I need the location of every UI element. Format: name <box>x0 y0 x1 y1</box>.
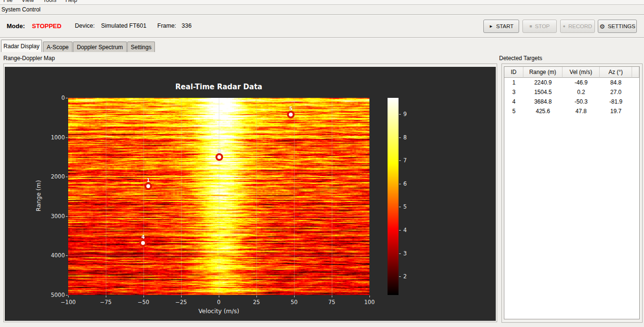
plot-title: Real-Time Radar Data <box>68 83 369 91</box>
table-cell: 425.6 <box>523 108 562 115</box>
x-tick-label: 0 <box>217 299 220 306</box>
x-tick-mark <box>143 295 144 297</box>
menu-item-help[interactable]: Help <box>65 0 77 3</box>
y-tick-mark <box>66 255 68 256</box>
column-header-vel-m-s-[interactable]: Vel (m/s) <box>562 67 600 78</box>
table-row[interactable]: 31504.50.227.0 <box>504 87 639 97</box>
table-cell: 19.7 <box>600 108 632 115</box>
table-cell: 27.0 <box>600 89 632 95</box>
colorbar-tick-mark <box>399 137 401 138</box>
table-header-row: IDRange (m)Vel (m/s)Az (°) <box>504 67 639 78</box>
frame-label: Frame: <box>157 22 176 29</box>
x-tick-label: 25 <box>253 299 260 306</box>
record-icon: ● <box>563 24 565 29</box>
start-button-label: START <box>496 23 514 29</box>
y-tick-mark <box>66 137 68 138</box>
colorbar-tick-mark <box>399 276 401 277</box>
colorbar-tick-mark <box>399 230 401 231</box>
x-tick-mark <box>181 295 182 297</box>
x-tick-label: −50 <box>138 299 149 306</box>
table-cell: 4 <box>504 98 523 105</box>
stop-button[interactable]: ■STOP <box>522 20 557 33</box>
colorbar-tick-label: 4 <box>403 227 407 233</box>
table-row[interactable]: 12240.9-46.984.8 <box>504 78 639 87</box>
colorbar-tick-label: 5 <box>403 203 407 210</box>
tab-doppler-spectrum[interactable]: Doppler Spectrum <box>73 42 127 52</box>
system-control-group-title: System Control <box>1 6 41 13</box>
settings-button-label: SETTINGS <box>608 23 635 29</box>
detected-targets-table: IDRange (m)Vel (m/s)Az (°) 12240.9-46.98… <box>504 66 640 319</box>
colorbar-tick-label: 3 <box>403 250 407 257</box>
colorbar-tick-label: 7 <box>403 157 407 164</box>
colorbar-tick-mark <box>399 114 401 115</box>
table-row[interactable]: 5425.647.819.7 <box>504 106 639 116</box>
start-button[interactable]: ►START <box>483 20 519 33</box>
settings-button[interactable]: ⚙SETTINGS <box>598 20 637 33</box>
x-tick-mark <box>294 295 295 297</box>
x-tick-mark <box>68 295 69 297</box>
colorbar <box>388 98 399 295</box>
x-tick-label: −100 <box>61 299 76 306</box>
device-value: Simulated FT601 <box>101 22 146 29</box>
table-row[interactable]: 43684.8-50.3-81.9 <box>504 97 639 106</box>
x-tick-label: 75 <box>328 299 336 306</box>
target-marker-1 <box>144 182 152 190</box>
y-tick-mark <box>66 295 68 295</box>
colorbar-tick-label: 8 <box>403 134 407 141</box>
column-header-az-[interactable]: Az (°) <box>600 67 632 78</box>
colorbar-tick-mark <box>399 207 401 207</box>
column-header-id[interactable]: ID <box>504 67 523 78</box>
table-cell: -81.9 <box>600 98 632 105</box>
table-cell: -50.3 <box>562 98 600 105</box>
tab-a-scope[interactable]: A-Scope <box>43 42 72 52</box>
table-cell: 84.8 <box>600 79 632 86</box>
table-cell: 0.2 <box>562 89 600 95</box>
stop-icon: ■ <box>530 24 532 29</box>
x-tick-mark <box>369 295 370 297</box>
x-tick-label: −75 <box>100 299 112 306</box>
frame-counter-value: 336 <box>182 22 192 29</box>
target-marker-label-1: 1 <box>146 177 150 183</box>
y-tick-mark <box>66 216 68 217</box>
tab-radar-display[interactable]: Radar Display <box>1 40 42 52</box>
y-tick-label: 1000 <box>5 134 65 141</box>
x-axis-label: Velocity (m/s) <box>68 307 369 315</box>
target-marker-label-5: 5 <box>289 105 292 111</box>
gear-icon: ⚙ <box>599 23 605 30</box>
tab-settings[interactable]: Settings <box>127 42 155 52</box>
range-doppler-heatmap <box>68 98 369 295</box>
y-axis-label: Range (m) <box>35 180 42 211</box>
y-tick-label: 5000 <box>5 292 65 298</box>
table-cell: 3684.8 <box>523 98 562 105</box>
table-cell: 47.8 <box>562 108 600 115</box>
record-button[interactable]: ●RECORD <box>560 20 595 33</box>
table-cell: 3 <box>504 89 523 95</box>
table-cell: 1504.5 <box>523 89 562 95</box>
y-tick-label: 0 <box>5 95 65 101</box>
menu-bar: FileViewToolsHelp <box>0 0 644 5</box>
tab-bar: Radar DisplayA-ScopeDoppler SpectrumSett… <box>1 40 644 52</box>
range-doppler-plot: Real-Time Radar Data Velocity (m/s) Rang… <box>5 67 496 321</box>
colorbar-tick-label: 2 <box>403 273 407 280</box>
table-body: 12240.9-46.984.831504.50.227.043684.8-50… <box>504 78 639 116</box>
table-cell: 2240.9 <box>523 79 562 86</box>
menu-item-tools[interactable]: Tools <box>43 0 56 3</box>
menu-item-view[interactable]: View <box>21 0 34 3</box>
table-cell: -46.9 <box>562 79 600 86</box>
column-header-range-m-[interactable]: Range (m) <box>523 67 562 78</box>
play-icon: ► <box>489 24 493 29</box>
mode-label: Mode: <box>7 22 25 30</box>
target-marker-4 <box>139 239 147 247</box>
menu-item-file[interactable]: File <box>3 0 12 3</box>
column-header-filler <box>632 67 639 78</box>
target-marker-3 <box>215 153 223 161</box>
colorbar-tick-label: 9 <box>403 111 407 117</box>
x-tick-mark <box>106 295 106 297</box>
x-tick-label: 100 <box>364 299 375 306</box>
x-tick-mark <box>219 295 219 297</box>
radar-application-window: FileViewToolsHelp System Control Mode: S… <box>0 0 644 327</box>
target-marker-5 <box>287 111 295 118</box>
mode-status-value: STOPPED <box>32 22 61 30</box>
x-tick-mark <box>332 295 332 297</box>
table-cell: 5 <box>504 108 523 115</box>
